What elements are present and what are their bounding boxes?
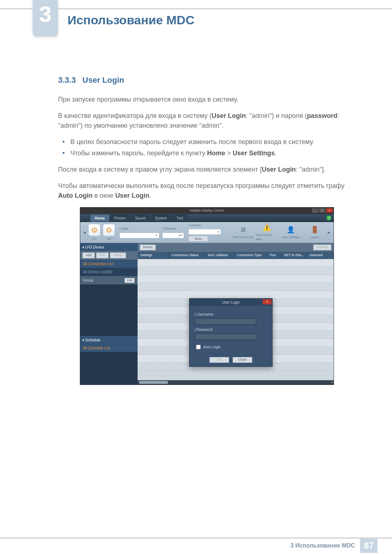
auto-login-label: Auto Login (203, 344, 221, 350)
maximize-button[interactable]: ▢ (319, 208, 326, 213)
tab-system[interactable]: System (151, 214, 171, 222)
tab-picture[interactable]: Picture (110, 214, 130, 222)
col-mac: MAC Address (205, 252, 234, 259)
col-setid: SET ID Ran... (281, 252, 307, 259)
col-connstatus: Connection Status (169, 252, 205, 259)
add-button[interactable]: Add (82, 253, 95, 258)
detect-button[interactable]: Detect (140, 245, 156, 250)
power-off-label: Off (107, 237, 111, 241)
tab-tool[interactable]: Tool (172, 214, 187, 222)
input-select[interactable]: ▾ (119, 233, 159, 238)
monitor-icon (238, 226, 247, 234)
window-controls: _ ▢ x (312, 208, 333, 213)
bullet-2: Чтобы изменить пароль, перейдите к пункт… (70, 148, 356, 158)
username-input[interactable] (195, 318, 256, 325)
section-title: User Login (82, 75, 124, 85)
tab-sound[interactable]: Sound (131, 214, 150, 222)
fault-alert-button[interactable]: Fault Device Alert (256, 223, 278, 242)
section-number: 3.3.3 (58, 75, 76, 85)
header-stripe (0, 8, 392, 9)
minimize-button[interactable]: _ (312, 208, 318, 213)
para-1: При запуске программы открывается окно в… (58, 95, 356, 104)
user-icon (286, 226, 295, 234)
login-ok-button[interactable]: OK (209, 357, 229, 363)
col-port: Port (267, 252, 281, 259)
nav-left-icon[interactable]: ◂ (83, 229, 86, 236)
all-device-list[interactable]: All Device List(00) (80, 268, 138, 276)
lfd-device-header[interactable]: ▾ LFD Device (80, 243, 138, 251)
scrollbar-thumb[interactable] (139, 381, 168, 384)
mdc-window-title: Multiple Display Control (190, 208, 224, 213)
para-4: Чтобы автоматически выполнять вход после… (58, 181, 356, 201)
table-row (138, 267, 334, 275)
volume-field-group: | Volume ▾ Mute (188, 223, 221, 242)
col-conntype: Connection Type (234, 252, 267, 259)
logout-icon (310, 226, 319, 234)
login-titlebar: User Login x (189, 299, 272, 306)
password-input[interactable] (195, 333, 256, 340)
scroll-right-icon[interactable]: ▸ (331, 380, 333, 385)
close-button[interactable]: x (326, 208, 333, 213)
group-edit-button[interactable]: Edit (124, 278, 135, 283)
nav-right-icon[interactable]: ▸ (328, 229, 331, 236)
group-row: Group Edit (80, 276, 138, 284)
input-label: | Input (119, 226, 159, 231)
login-title: User Login (222, 300, 240, 305)
help-icon[interactable]: ? (326, 216, 331, 221)
page-footer: 3 Использование MDC 87 (0, 537, 392, 554)
para-3: После входа в систему в правом углу экра… (58, 165, 356, 175)
delete-button[interactable]: Delete (110, 253, 126, 258)
fault-device-button[interactable]: Fault Device (0) (232, 226, 254, 239)
table-row (138, 291, 334, 299)
footer-text: 3 Использование MDC (290, 541, 355, 550)
chapter-badge: 3 (33, 0, 58, 36)
col-detected: Detected (307, 252, 334, 259)
mdc-window: Multiple Display Control _ ▢ x ? Home Pi… (80, 207, 334, 385)
mdc-titlebar: Multiple Display Control _ ▢ x (80, 208, 334, 214)
page-number: 87 (360, 538, 377, 553)
bullet-list: В целях безопасности пароль следует изме… (70, 137, 356, 158)
chapter-number: 3 (39, 3, 52, 25)
power-on-button[interactable]: ⏻ (88, 224, 101, 236)
table-row (138, 283, 334, 291)
all-schedule-list[interactable]: All Schedule List (80, 344, 138, 352)
logout-button[interactable]: Logout (304, 226, 326, 239)
login-close-button[interactable]: x (263, 299, 271, 304)
power-on-label: On (93, 237, 97, 241)
channel-field-group: | Channel ▴▾ (162, 226, 184, 238)
mute-button[interactable]: Mute (188, 236, 208, 242)
chapter-title: Использование MDC (68, 11, 195, 29)
col-settings: Settings (138, 252, 169, 259)
password-label: | Password (195, 327, 267, 332)
tab-bar: Home Picture Sound System Tool (80, 214, 334, 222)
channel-label: | Channel (162, 226, 184, 231)
alert-icon (262, 223, 271, 232)
content-area: 3.3.3 User Login При запуске программы о… (0, 27, 392, 385)
volume-label: | Volume (188, 223, 221, 228)
volume-select[interactable]: ▾ (188, 229, 221, 235)
section-heading: 3.3.3 User Login (58, 74, 356, 86)
page-header: 3 Использование MDC (0, 0, 392, 27)
input-field-group: | Input ▾ (119, 226, 159, 238)
bullet-1: В целях безопасности пароль следует изме… (70, 137, 356, 147)
table-header: Settings Connection Status MAC Address C… (138, 252, 334, 259)
username-label: | Username (195, 312, 267, 317)
table-row (138, 259, 334, 267)
table-row (138, 275, 334, 283)
schedule-header[interactable]: ▾ Schedule (80, 336, 138, 344)
mdc-sidebar: ▾ LFD Device Add Edit Delete All Connect… (80, 243, 138, 385)
all-connection-list[interactable]: All Connection List (80, 260, 138, 268)
login-close-button-2[interactable]: Close (233, 357, 252, 363)
edit-button[interactable]: Edit (96, 253, 109, 258)
mdc-toolbar: ◂ ⏻ On ⏻ Off | Input ▾ | Channel ▴▾ (80, 222, 334, 243)
auto-login-checkbox[interactable] (196, 345, 201, 349)
power-off-button[interactable]: ⏻ (103, 224, 115, 236)
horizontal-scrollbar[interactable]: ▸ (138, 380, 334, 385)
user-settings-button[interactable]: User Settings (280, 226, 302, 239)
refresh-button[interactable]: Refresh (313, 245, 331, 250)
tab-home[interactable]: Home (90, 214, 109, 222)
user-login-dialog: User Login x | Username | Password Auto … (189, 298, 273, 367)
para-2: В качестве идентификатора для входа в си… (58, 111, 356, 131)
footer-stripe (0, 537, 392, 539)
channel-stepper[interactable]: ▴▾ (162, 233, 184, 238)
